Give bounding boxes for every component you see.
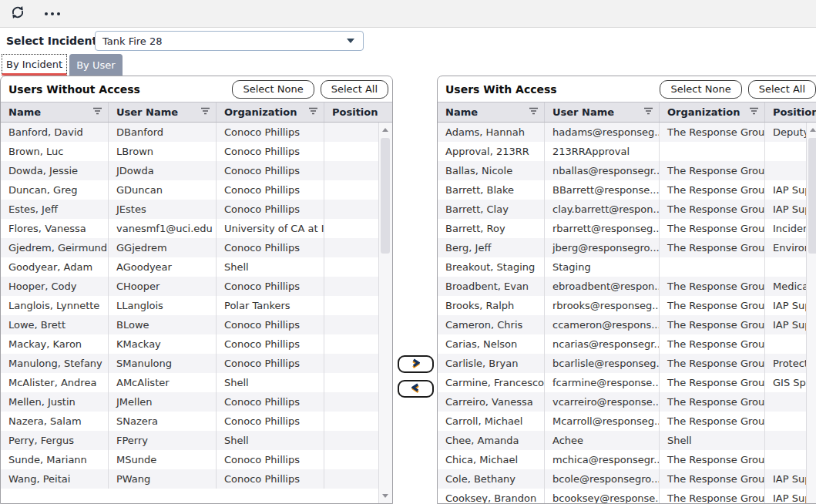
table-row[interactable]: Carreiro, Vanessavcarreiro@response...Th… bbox=[438, 392, 806, 412]
scrollbar-thumb[interactable] bbox=[808, 138, 816, 254]
filter-icon[interactable] bbox=[529, 106, 539, 118]
filter-icon[interactable] bbox=[92, 106, 102, 118]
table-row[interactable]: Mellen, JustinJMellenConoco Phillips bbox=[1, 392, 378, 412]
left-column-header-organization[interactable]: Organization bbox=[217, 102, 324, 122]
cell-organization: Conoco Phillips bbox=[217, 392, 324, 412]
incident-dropdown[interactable]: Tank Fire 28 bbox=[95, 31, 364, 51]
tab-by-incident[interactable]: By Incident bbox=[2, 54, 67, 76]
table-row[interactable]: McAlister, AndreaAMcAlisterShell bbox=[1, 373, 378, 392]
left-column-header-user-name[interactable]: User Name bbox=[109, 102, 217, 122]
table-row[interactable]: Banford, DavidDBanfordConoco Phillips bbox=[1, 123, 378, 142]
scroll-up-icon[interactable] bbox=[382, 128, 388, 132]
filter-icon[interactable] bbox=[643, 106, 653, 118]
move-left-button[interactable] bbox=[398, 380, 434, 398]
scroll-up-icon[interactable] bbox=[810, 128, 816, 132]
cell-name: Duncan, Greg bbox=[1, 180, 109, 200]
table-row[interactable]: Dowda, JessieJDowdaConoco Phillips bbox=[1, 161, 378, 180]
scroll-down-icon[interactable] bbox=[382, 494, 388, 498]
right-column-header-position[interactable]: Position bbox=[765, 102, 816, 122]
table-row[interactable]: Carmine, Francescofcarmine@response...Th… bbox=[438, 373, 806, 392]
table-row[interactable]: Manulong, StefanySManulongConoco Phillip… bbox=[1, 354, 378, 373]
right-column-header-user-name[interactable]: User Name bbox=[545, 102, 660, 122]
table-row[interactable]: Duncan, GregGDuncanConoco Phillips bbox=[1, 180, 378, 200]
cell-position bbox=[324, 450, 378, 469]
refresh-button[interactable] bbox=[8, 2, 28, 25]
table-row[interactable]: Goodyear, AdamAGoodyearShell bbox=[1, 257, 378, 277]
cell-name: Barrett, Roy bbox=[438, 219, 545, 238]
table-row[interactable]: Langlois, LynnetteLLangloisPolar Tankers bbox=[1, 296, 378, 315]
table-row[interactable]: Ballas, Nicolenballas@responsegr...The R… bbox=[438, 161, 806, 180]
cell-position: Deputy bbox=[765, 123, 806, 142]
right-grid-header: Name User Name Organization Position bbox=[438, 102, 816, 123]
cell-position: IAP Sup bbox=[765, 315, 806, 334]
table-row[interactable]: Barrett, BlakeBBarrett@response...The Re… bbox=[438, 180, 806, 200]
table-row[interactable]: Nazera, SalamSNazeraConoco Phillips bbox=[1, 412, 378, 431]
cell-user-name: jberg@responsegro... bbox=[545, 238, 660, 257]
right-select-none-button[interactable]: Select None bbox=[660, 80, 741, 99]
right-select-all-button[interactable]: Select All bbox=[748, 80, 816, 99]
cell-user-name: fcarmine@response... bbox=[545, 373, 660, 392]
table-row[interactable]: Berg, Jeffjberg@responsegro...The Respon… bbox=[438, 238, 806, 257]
table-row[interactable]: Wang, PeitaiPWangConoco Phillips bbox=[1, 469, 378, 489]
filter-icon[interactable] bbox=[308, 106, 318, 118]
table-row[interactable]: Barrett, Royrbarrett@responseg...The Res… bbox=[438, 219, 806, 238]
table-row[interactable]: Brooks, Ralphrbrooks@responseg...The Res… bbox=[438, 296, 806, 315]
table-row[interactable]: Carias, Nelsonncarias@responsegr...The R… bbox=[438, 334, 806, 354]
table-row[interactable]: Carlisle, Bryanbcarlisle@responseg...The… bbox=[438, 354, 806, 373]
table-row[interactable]: Chica, Michaelmchica@responsegr...The Re… bbox=[438, 450, 806, 469]
left-column-header-position[interactable]: Position bbox=[324, 102, 392, 122]
table-row[interactable]: Broadbent, Evanebroadbent@respon...The R… bbox=[438, 277, 806, 296]
left-select-none-button[interactable]: Select None bbox=[232, 80, 314, 99]
table-row[interactable]: Mackay, KaronKMackayConoco Phillips bbox=[1, 334, 378, 354]
cell-organization: Conoco Phillips bbox=[217, 412, 324, 431]
cell-user-name: KMackay bbox=[109, 334, 217, 354]
more-options-button[interactable] bbox=[43, 11, 62, 17]
cell-organization: The Response Group bbox=[660, 354, 765, 373]
right-column-header-name[interactable]: Name bbox=[438, 102, 545, 122]
left-grid-header: Name User Name Organization Position bbox=[1, 102, 392, 123]
table-row[interactable]: Perry, FergusFPerryShell bbox=[1, 431, 378, 450]
table-row[interactable]: Flores, Vanessavanesmf1@uci.eduUniversit… bbox=[1, 219, 378, 238]
left-select-all-button[interactable]: Select All bbox=[321, 80, 388, 99]
cell-name: Barrett, Blake bbox=[438, 180, 545, 200]
cell-organization: The Response Group bbox=[660, 296, 765, 315]
left-column-header-name[interactable]: Name bbox=[1, 102, 109, 122]
table-row[interactable]: Approval, 213RR213RRApproval bbox=[438, 142, 806, 161]
cell-name: McAlister, Andrea bbox=[1, 373, 109, 392]
cell-user-name: PWang bbox=[109, 469, 217, 489]
filter-icon[interactable] bbox=[749, 106, 759, 118]
cell-user-name: SManulong bbox=[109, 354, 217, 373]
table-row[interactable]: Barrett, Clayclay.barrett@respon...The R… bbox=[438, 200, 806, 219]
table-row[interactable]: Carroll, MichaelMcarroll@responseg...The… bbox=[438, 412, 806, 431]
table-row[interactable]: Gjedrem, GeirmundGGjedremConoco Phillips bbox=[1, 238, 378, 257]
cell-position bbox=[324, 334, 378, 354]
tab-by-user[interactable]: By User bbox=[69, 54, 122, 76]
table-row[interactable]: Chee, AmandaAcheeShell bbox=[438, 431, 806, 450]
cell-name: Nazera, Salam bbox=[1, 412, 109, 431]
table-row[interactable]: Sunde, MariannMSundeConoco Phillips bbox=[1, 450, 378, 469]
right-grid-rows: Adams, Hannahhadams@responseg...The Resp… bbox=[438, 123, 806, 503]
table-row[interactable]: Adams, Hannahhadams@responseg...The Resp… bbox=[438, 123, 806, 142]
scrollbar-thumb[interactable] bbox=[381, 138, 390, 254]
table-row[interactable]: Brown, LucLBrownConoco Phillips bbox=[1, 142, 378, 161]
cell-user-name: Achee bbox=[545, 431, 660, 450]
cell-organization: Conoco Phillips bbox=[217, 200, 324, 219]
table-row[interactable]: Lowe, BrettBLoweConoco Phillips bbox=[1, 315, 378, 334]
left-grid-area: Banford, DavidDBanfordConoco PhillipsBro… bbox=[1, 123, 392, 503]
filter-icon[interactable] bbox=[200, 106, 210, 118]
cell-organization: Conoco Phillips bbox=[217, 180, 324, 200]
cell-name: Perry, Fergus bbox=[1, 431, 109, 450]
table-row[interactable]: Breakout, StagingStaging bbox=[438, 257, 806, 277]
cell-position: IAP Sup bbox=[765, 200, 806, 219]
table-row[interactable]: Hooper, CodyCHooperConoco Phillips bbox=[1, 277, 378, 296]
table-row[interactable]: Cameron, Chrisccameron@respons...The Res… bbox=[438, 315, 806, 334]
left-vertical-scrollbar[interactable] bbox=[378, 123, 392, 503]
table-row[interactable]: Cole, Bethanybcole@responsegro...The Res… bbox=[438, 469, 806, 489]
right-column-header-organization[interactable]: Organization bbox=[660, 102, 765, 122]
table-row[interactable]: Estes, JeffJEstesConoco Phillips bbox=[1, 200, 378, 219]
cell-name: Gjedrem, Geirmund bbox=[1, 238, 109, 257]
right-vertical-scrollbar[interactable] bbox=[806, 123, 816, 503]
table-row[interactable]: Cooksey, Brandonbcooksey@response...The … bbox=[438, 489, 806, 503]
move-right-button[interactable] bbox=[398, 355, 434, 373]
cell-name: Carroll, Michael bbox=[438, 412, 545, 431]
